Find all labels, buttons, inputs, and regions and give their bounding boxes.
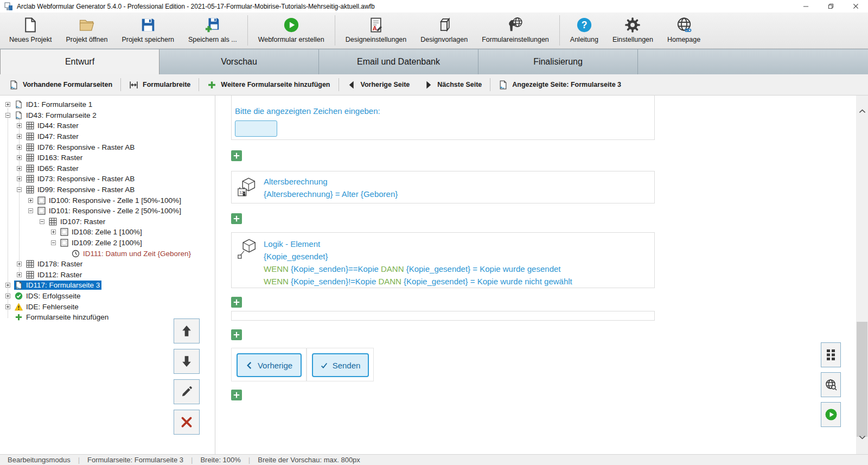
toolbar-button-designvorlagen[interactable]: Designvorlagen (413, 14, 475, 47)
tree-item-id73-responsive-raster-ab[interactable]: ID73: Responsive - Raster AB (0, 174, 215, 184)
add-element-button[interactable] (231, 150, 242, 161)
pagebar-item-vorhandene-formularseiten[interactable]: Vorhandene Formularseiten (2, 77, 119, 92)
expand-icon[interactable] (17, 155, 22, 160)
grid-icon (26, 175, 34, 183)
expand-icon[interactable] (5, 102, 10, 107)
add-element-button[interactable] (231, 297, 242, 308)
toolbar-button-projekt-öffnen[interactable]: Projekt öffnen (59, 14, 115, 47)
preview-browser-button[interactable] (821, 372, 841, 397)
logic-element-block[interactable]: Logik - Element {Kopie_gesendet} WENN {K… (231, 232, 655, 288)
tab-finalisierung[interactable]: Finalisierung (478, 49, 638, 74)
grid-view-button[interactable] (821, 342, 841, 367)
toolbar-button-homepage[interactable]: Homepage (660, 14, 707, 47)
pagebar-item-weitere-formularseite-hinzufügen[interactable]: Weitere Formularseite hinzufügen (200, 77, 337, 92)
expand-icon[interactable] (17, 272, 22, 277)
expand-icon[interactable] (51, 230, 56, 234)
previous-page-button[interactable]: Vorherige (237, 353, 302, 377)
pagebar-item-label: Angezeigte Seite: Formularseite 3 (512, 81, 621, 88)
pagebar-item-formularbreite[interactable]: Formularbreite (122, 77, 197, 92)
minimize-icon (803, 3, 809, 9)
collapse-icon[interactable] (5, 113, 10, 118)
scrollbar-thumb[interactable] (857, 322, 867, 437)
tree-item-label: ID65: Raster (37, 164, 79, 173)
pagebar-item-nächste-seite[interactable]: Nächste Seite (417, 77, 489, 92)
grid-icon (26, 164, 34, 173)
play-circle-icon (283, 17, 299, 33)
toolbar-button-designeinstellungen[interactable]: ADesigneinstellungen (339, 14, 414, 47)
scroll-down-button[interactable] (856, 430, 868, 444)
gear-icon (624, 17, 641, 33)
close-button[interactable] (843, 0, 868, 12)
tree-item-id111-datum-und-zeit-geboren[interactable]: ID111: Datum und Zeit {Geboren} (0, 248, 215, 259)
tree-item-id108-zelle-1-100[interactable]: ID108: Zelle 1 [100%] (0, 227, 215, 238)
tree-item-label: ID178: Raster (37, 260, 82, 268)
tree-item-id107-raster[interactable]: ID107: Raster (0, 216, 215, 227)
minimize-button[interactable] (793, 0, 818, 12)
delete-button[interactable] (174, 410, 200, 435)
main-toolbar: Neues ProjektProjekt öffnenProjekt speic… (0, 12, 868, 49)
add-element-button[interactable] (231, 390, 242, 400)
tree-item-id101-responsive-zelle-2-50-100[interactable]: ID101: Responsive - Zelle 2 [50%-100%] (0, 206, 215, 216)
expand-icon[interactable] (17, 166, 22, 171)
edit-button[interactable] (174, 379, 200, 404)
toolbar-button-webformular-erstellen[interactable]: Webformular erstellen (251, 14, 331, 47)
vertical-scrollbar[interactable] (856, 95, 868, 454)
add-element-button[interactable] (231, 213, 242, 224)
collapse-icon[interactable] (51, 240, 56, 245)
collapse-icon[interactable] (28, 208, 33, 213)
app-logo-icon (4, 2, 13, 11)
tree-item-id178-raster[interactable]: ID178: Raster (0, 259, 215, 270)
tree-item-id100-responsive-zelle-1-50-100[interactable]: ID100: Responsive - Zelle 1 [50%-100%] (0, 195, 215, 206)
window-controls (793, 0, 868, 12)
collapse-icon[interactable] (17, 187, 22, 192)
toolbar-button-formulareinstellungen[interactable]: Formulareinstellungen (475, 14, 556, 47)
tree-item-id65-raster[interactable]: ID65: Raster (0, 163, 215, 174)
tree-item-id47-raster[interactable]: ID47: Raster (0, 131, 215, 142)
send-button[interactable]: Senden (312, 353, 369, 377)
toolbar-button-projekt-speichern[interactable]: Projekt speichern (114, 14, 181, 47)
restore-button[interactable] (818, 0, 843, 12)
toolbar-button-speichern-als[interactable]: Speichern als ... (181, 14, 244, 47)
tree-node: ID43: Formularseite 2 (14, 111, 98, 120)
captcha-input[interactable] (235, 120, 277, 137)
tab-entwurf[interactable]: Entwurf (0, 49, 159, 74)
tree-item-id76-responsive-raster-ab[interactable]: ID76: Responsive - Raster AB (0, 142, 215, 152)
toolbar-button-anleitung[interactable]: ?Anleitung (563, 14, 605, 47)
tab-vorschau[interactable]: Vorschau (159, 49, 319, 74)
tree-item-id1-formularseite-1[interactable]: ID1: Formularseite 1 (0, 99, 215, 110)
expand-icon[interactable] (5, 283, 10, 288)
nav-button-cell: Senden (307, 348, 374, 381)
tree-item-id99-responsive-raster-ab[interactable]: ID99: Responsive - Raster AB (0, 184, 215, 195)
expand-icon[interactable] (17, 145, 22, 150)
captcha-block[interactable]: Bitte die angezeigten Zeichen eingeben: (231, 95, 655, 140)
toolbar-button-neues-projekt[interactable]: Neues Projekt (2, 14, 59, 47)
expand-icon[interactable] (17, 123, 22, 128)
tree-item-id44-raster[interactable]: ID44: Raster (0, 120, 215, 131)
toolbar-button-einstellungen[interactable]: Einstellungen (605, 14, 660, 47)
tree-item-id163-raster[interactable]: ID163: Raster (0, 152, 215, 163)
run-button[interactable] (821, 402, 841, 427)
scroll-up-button[interactable] (856, 104, 868, 118)
tree-item-ids-erfolgsseite[interactable]: IDS: Erfolgsseite (0, 291, 215, 302)
expand-icon[interactable] (17, 176, 22, 181)
pagebar-item-vorherige-seite[interactable]: Vorherige Seite (340, 77, 417, 92)
expand-icon[interactable] (17, 262, 22, 266)
expand-icon[interactable] (5, 294, 10, 298)
tree-item-id109-zelle-2-100[interactable]: ID109: Zelle 2 [100%] (0, 238, 215, 249)
age-calculation-block[interactable]: 12 Altersberechnung {Altersberechnung} =… (231, 171, 655, 203)
tab-email-und-datenbank[interactable]: Email und Datenbank (319, 49, 478, 74)
move-down-button[interactable] (174, 349, 200, 374)
expand-icon[interactable] (28, 198, 33, 203)
expand-icon[interactable] (17, 134, 22, 139)
add-element-button[interactable] (231, 329, 242, 340)
empty-spacer-block[interactable] (231, 311, 655, 321)
collapse-icon[interactable] (40, 219, 44, 224)
move-up-button[interactable] (174, 319, 200, 343)
tree-item-id112-raster[interactable]: ID112: Raster (0, 270, 215, 281)
expand-icon[interactable] (5, 304, 10, 309)
tree-item-id117-formularseite-3[interactable]: ID117: Formularseite 3 (0, 280, 215, 291)
design-settings-icon: A (368, 17, 384, 33)
tree-item-ide-fehlerseite[interactable]: IDE: Fehlerseite (0, 301, 215, 312)
tree-item-id43-formularseite-2[interactable]: ID43: Formularseite 2 (0, 110, 215, 121)
grid-icon (26, 260, 34, 268)
